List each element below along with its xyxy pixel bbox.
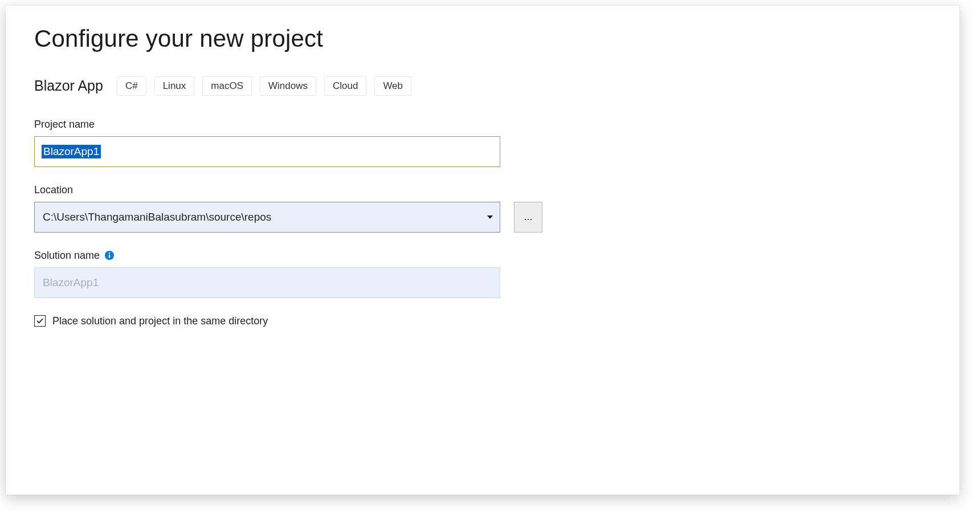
svg-rect-1 xyxy=(109,255,110,258)
page-title: Configure your new project xyxy=(34,25,931,52)
browse-button-label: ... xyxy=(524,211,532,223)
tag-web: Web xyxy=(374,76,411,96)
info-icon[interactable] xyxy=(104,250,115,260)
tag-csharp: C# xyxy=(117,76,146,96)
location-value: C:\Users\ThangamaniBalasubram\source\rep… xyxy=(43,211,271,223)
template-name: Blazor App xyxy=(34,78,103,94)
project-name-selected-text: BlazorApp1 xyxy=(42,145,101,158)
svg-point-2 xyxy=(109,253,111,254)
location-combobox[interactable]: C:\Users\ThangamaniBalasubram\source\rep… xyxy=(34,202,500,233)
project-name-label: Project name xyxy=(34,119,931,131)
tag-macos: macOS xyxy=(202,76,252,96)
chevron-down-icon xyxy=(487,215,493,219)
same-directory-label: Place solution and project in the same d… xyxy=(52,315,268,327)
configure-project-dialog: Configure your new project Blazor App C#… xyxy=(6,6,959,495)
tag-cloud: Cloud xyxy=(324,76,366,96)
solution-name-input: BlazorApp1 xyxy=(34,267,500,298)
solution-name-label: Solution name xyxy=(34,250,100,262)
same-directory-checkbox[interactable] xyxy=(34,315,46,327)
project-name-input[interactable]: BlazorApp1 xyxy=(34,136,500,167)
check-icon xyxy=(36,317,43,324)
browse-button[interactable]: ... xyxy=(514,202,542,233)
tag-windows: Windows xyxy=(260,76,316,96)
tag-linux: Linux xyxy=(154,76,195,96)
template-row: Blazor App C# Linux macOS Windows Cloud … xyxy=(34,76,931,96)
location-label: Location xyxy=(34,184,931,196)
solution-name-value: BlazorApp1 xyxy=(43,276,99,289)
